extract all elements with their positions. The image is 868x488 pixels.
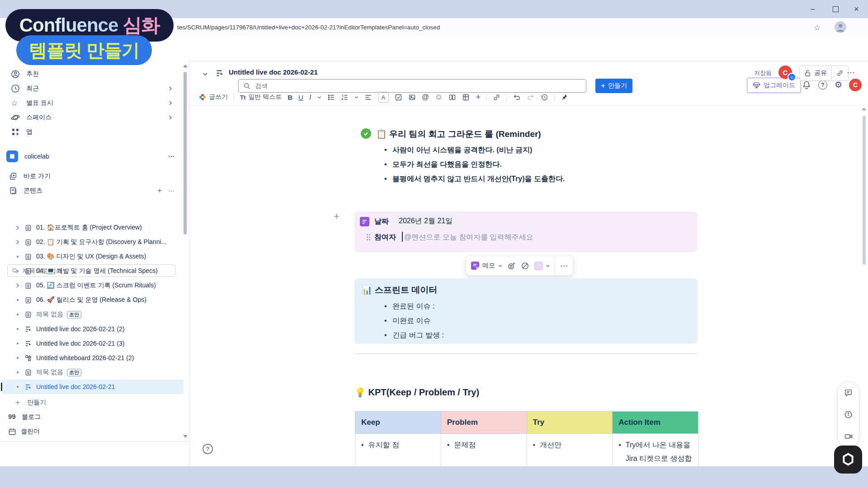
numbered-list-button[interactable] [341, 94, 349, 101]
underline-button[interactable]: U [298, 94, 303, 101]
sidebar-item-spaces[interactable]: 스페이스 [0, 110, 183, 125]
block-type-select[interactable]: 메모 [471, 262, 502, 270]
more-icon[interactable]: ⋯ [168, 187, 175, 194]
ground-rules-panel[interactable]: 📋 우리 팀의 회고 그라운드 룰 (Reminder) •사람이 아닌 시스템… [354, 123, 698, 188]
scroll-down-arrow[interactable] [183, 435, 188, 438]
bold-button[interactable]: B [288, 94, 292, 101]
tree-item-selected[interactable]: • Untitled live doc 2026-02-21 [3, 380, 184, 394]
pin-button[interactable] [561, 94, 568, 101]
note-icon [471, 262, 479, 270]
sprint-data-panel[interactable]: 📊 스프린트 데이터 •완료된 이슈 : •미완료 이슈 •긴급 버그 발생 : [354, 278, 698, 344]
comments-button[interactable] [844, 389, 853, 397]
tree-item[interactable]: • Untitled live doc 2026-02-21 (2) [3, 322, 184, 336]
tree-item[interactable]: • 제목 없음 초안 [3, 307, 184, 322]
tree-item[interactable]: • 제목 없음 초안 [3, 365, 184, 380]
chevron-right-icon [168, 115, 173, 120]
chevron-right-icon [168, 86, 173, 91]
insert-block-plus-icon[interactable]: + [334, 211, 340, 222]
copy-link-button[interactable] [832, 70, 848, 77]
text-color-button[interactable]: A [378, 92, 389, 103]
more-icon[interactable]: ⋯ [560, 261, 568, 271]
video-call-button[interactable] [844, 432, 853, 441]
space-row[interactable]: colicelab ⋯ [0, 149, 183, 164]
scroll-up-arrow[interactable] [183, 65, 188, 67]
app-widget-button[interactable] [834, 446, 862, 474]
drag-handle-icon[interactable] [366, 234, 371, 241]
divider [555, 256, 555, 275]
chevron-right-icon[interactable] [14, 225, 21, 230]
window-minimize-button[interactable]: – [811, 0, 815, 18]
star-icon: ☆ [11, 99, 20, 108]
editor-help-icon[interactable]: ? [203, 444, 213, 454]
tree-item[interactable]: 02. 📋 기획 및 요구사항 (Discovery & Planni... [3, 235, 184, 249]
chevron-down-icon[interactable] [317, 95, 321, 99]
emoji-button[interactable]: ☺ [435, 93, 443, 102]
more-icon[interactable]: ⋯ [168, 153, 175, 160]
table-header-cell[interactable]: Keep [355, 412, 441, 434]
meta-panel[interactable]: 날짜 2026년 2월 21일 참여자 @멘션으로 오늘 참여자를 입력해주세요 [354, 211, 698, 252]
add-content-icon[interactable]: + [157, 186, 162, 195]
share-button[interactable]: 공유 [800, 69, 831, 77]
doc-title[interactable]: Untitled live doc 2026-02-21 [229, 68, 318, 76]
info-button[interactable] [844, 410, 853, 419]
bullet-list-button[interactable] [327, 94, 335, 101]
sidebar-item-calendar[interactable]: 캘린더 [0, 424, 183, 439]
divider [554, 93, 555, 102]
browser-profile-avatar[interactable] [835, 21, 846, 33]
scroll-up-arrow[interactable] [862, 108, 866, 110]
add-emoji-button[interactable] [507, 262, 516, 270]
chevron-right-icon[interactable] [14, 283, 21, 288]
undo-button[interactable] [513, 94, 521, 101]
sidebar-item-shortcuts[interactable]: 바로 가기 [0, 169, 183, 183]
history-button[interactable] [541, 94, 548, 101]
align-button[interactable] [364, 94, 372, 101]
tree-item[interactable]: • 04. 💻 개발 및 기술 명세 (Technical Specs) [3, 264, 184, 278]
redo-button[interactable] [527, 94, 535, 101]
panel-color-select[interactable] [534, 262, 550, 270]
sidebar-item-recommended[interactable]: 추천 [0, 67, 183, 81]
sidebar-scrollbar-thumb[interactable] [184, 72, 187, 235]
italic-button[interactable]: I [309, 94, 311, 101]
tree-item[interactable]: • Untitled live doc 2026-02-21 (3) [3, 336, 184, 351]
mention-button[interactable]: @ [422, 93, 429, 101]
participants-placeholder[interactable]: @멘션으로 오늘 참여자를 입력해주세요 [404, 233, 533, 242]
sidebar-item-blog[interactable]: 99 블로그 [0, 410, 183, 424]
draft-badge: 초안 [67, 369, 81, 376]
sidebar: 추천 최근 ☆ 별표 표시 스페이스 앱 colicelab ⋯ 바로 가기 콘… [0, 61, 189, 466]
tree-item[interactable]: • 03. 🎨 디자인 및 UX (Design & Assets) [3, 249, 184, 264]
date-chip[interactable]: 2026년 2월 21일 [395, 216, 456, 227]
window-maximize-button[interactable] [833, 6, 839, 12]
sidebar-item-content[interactable]: 콘텐츠 + ⋯ [0, 183, 183, 198]
chevron-down-icon[interactable] [354, 95, 359, 99]
sidebar-item-starred[interactable]: ☆ 별표 표시 [0, 96, 183, 110]
tree-item[interactable]: • Untitled whiteboard 2026-02-21 (2) [3, 351, 184, 365]
sidebar-item-recent[interactable]: 최근 [0, 81, 183, 96]
chevron-down-icon[interactable] [203, 71, 208, 77]
bookmark-star-icon[interactable]: ☆ [814, 23, 821, 33]
text-style-select[interactable]: Tt 일반 텍스트 [240, 93, 282, 101]
table-header-cell[interactable]: Try [527, 412, 613, 434]
more-icon[interactable]: ⋯ [847, 68, 855, 78]
tree-create-button[interactable]: + 만들기 [3, 395, 184, 410]
tree-item[interactable]: 05. 🔄 스크럼 이벤트 기록 (Scrum Rituals) [3, 278, 184, 293]
tree-item[interactable]: • 06. 🚀 릴리스 및 운영 (Release & Ops) [3, 293, 184, 307]
main-scrollbar-thumb[interactable] [863, 116, 866, 265]
table-header-cell[interactable]: Problem [441, 412, 527, 434]
insert-plus-button[interactable]: + [476, 93, 481, 102]
remove-emoji-button[interactable] [521, 262, 529, 270]
chevron-down-icon [498, 264, 502, 268]
chevron-right-icon[interactable] [14, 240, 21, 244]
sidebar-item-apps[interactable]: 앱 [0, 125, 183, 139]
task-checkbox-button[interactable] [395, 94, 402, 101]
window-close-button[interactable]: × [854, 0, 859, 18]
tree-item[interactable]: 01. 🏠프로젝트 홈 (Project Overview) [3, 221, 184, 235]
table-button[interactable] [462, 94, 470, 101]
insert-link-button[interactable] [493, 94, 500, 101]
write-button[interactable]: 글쓰기 [199, 93, 228, 101]
url-text[interactable]: tes/SCRUM/pages/1179678/Untitled+live+do… [177, 18, 440, 36]
layout-columns-button[interactable] [448, 94, 456, 101]
table-header-cell[interactable]: Action Item [613, 412, 698, 434]
image-button[interactable] [408, 94, 416, 101]
share-button-group: 공유 [799, 66, 849, 81]
check-circle-icon [361, 128, 371, 139]
